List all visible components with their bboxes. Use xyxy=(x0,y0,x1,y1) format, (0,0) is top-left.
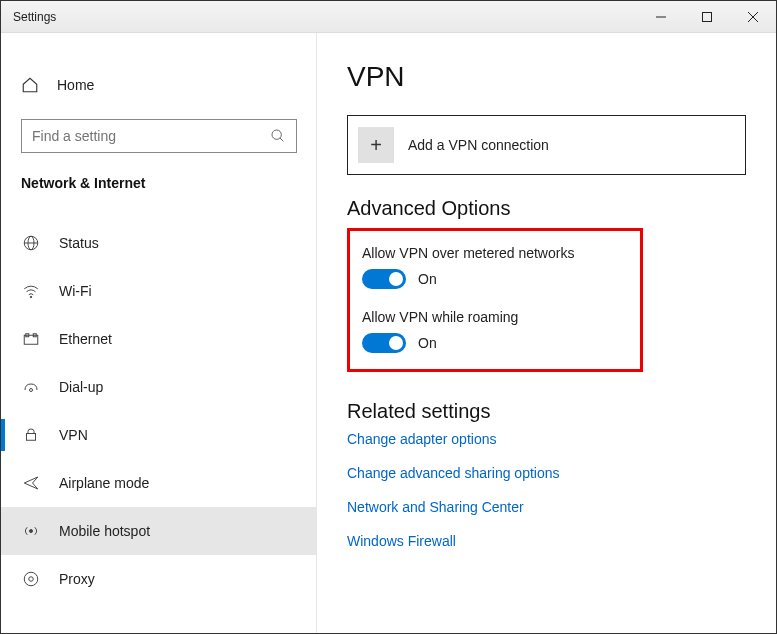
svg-point-15 xyxy=(30,530,33,533)
svg-point-4 xyxy=(272,130,281,139)
minimize-button[interactable] xyxy=(638,1,684,33)
add-vpn-label: Add a VPN connection xyxy=(408,137,549,153)
svg-rect-14 xyxy=(27,434,36,441)
advanced-options-header: Advanced Options xyxy=(347,197,746,220)
home-nav[interactable]: Home xyxy=(1,65,317,105)
search-box[interactable] xyxy=(21,119,297,153)
roaming-toggle-state: On xyxy=(418,335,437,351)
sidebar-item-ethernet[interactable]: Ethernet xyxy=(1,315,317,363)
sidebar-item-label: Status xyxy=(59,235,99,251)
wifi-icon xyxy=(21,282,41,300)
search-input[interactable] xyxy=(32,128,270,144)
sidebar-item-label: VPN xyxy=(59,427,88,443)
close-button[interactable] xyxy=(730,1,776,33)
link-adapter-options[interactable]: Change adapter options xyxy=(347,431,746,447)
svg-rect-1 xyxy=(703,12,712,21)
home-icon xyxy=(21,76,39,94)
link-network-center[interactable]: Network and Sharing Center xyxy=(347,499,746,515)
ethernet-icon xyxy=(21,330,41,348)
metered-toggle-label: Allow VPN over metered networks xyxy=(362,245,628,261)
sidebar-item-status[interactable]: Status xyxy=(1,219,317,267)
svg-line-5 xyxy=(280,138,283,141)
category-header: Network & Internet xyxy=(1,169,317,205)
sidebar-item-label: Ethernet xyxy=(59,331,112,347)
sidebar-item-label: Wi-Fi xyxy=(59,283,92,299)
sidebar-item-proxy[interactable]: Proxy xyxy=(1,555,317,603)
sidebar: Home Network & Internet Status Wi-Fi xyxy=(1,33,317,633)
dialup-icon xyxy=(21,378,41,396)
search-icon xyxy=(270,128,286,144)
metered-toggle[interactable] xyxy=(362,269,406,289)
roaming-toggle[interactable] xyxy=(362,333,406,353)
roaming-toggle-label: Allow VPN while roaming xyxy=(362,309,628,325)
sidebar-item-label: Airplane mode xyxy=(59,475,149,491)
related-settings-header: Related settings xyxy=(347,400,746,423)
proxy-icon xyxy=(21,570,41,588)
home-label: Home xyxy=(57,77,94,93)
maximize-button[interactable] xyxy=(684,1,730,33)
svg-point-17 xyxy=(29,577,34,582)
link-firewall[interactable]: Windows Firewall xyxy=(347,533,746,549)
sidebar-item-label: Dial-up xyxy=(59,379,103,395)
titlebar: Settings xyxy=(1,1,776,33)
svg-point-16 xyxy=(24,572,38,586)
sidebar-item-dialup[interactable]: Dial-up xyxy=(1,363,317,411)
add-vpn-button[interactable]: + Add a VPN connection xyxy=(347,115,746,175)
page-title: VPN xyxy=(347,61,746,93)
sidebar-item-label: Mobile hotspot xyxy=(59,523,150,539)
sidebar-item-label: Proxy xyxy=(59,571,95,587)
vpn-icon xyxy=(21,426,41,444)
highlight-box: Allow VPN over metered networks On Allow… xyxy=(347,228,643,372)
main-content: VPN + Add a VPN connection Advanced Opti… xyxy=(317,33,776,633)
sidebar-item-hotspot[interactable]: Mobile hotspot xyxy=(1,507,317,555)
hotspot-icon xyxy=(21,522,41,540)
airplane-icon xyxy=(21,474,41,492)
sidebar-item-wifi[interactable]: Wi-Fi xyxy=(1,267,317,315)
globe-icon xyxy=(21,234,41,252)
sidebar-item-airplane[interactable]: Airplane mode xyxy=(1,459,317,507)
sidebar-item-vpn[interactable]: VPN xyxy=(1,411,317,459)
plus-icon: + xyxy=(358,127,394,163)
window-title: Settings xyxy=(1,10,638,24)
svg-point-13 xyxy=(30,389,33,392)
metered-toggle-state: On xyxy=(418,271,437,287)
svg-point-9 xyxy=(30,296,32,298)
link-sharing-options[interactable]: Change advanced sharing options xyxy=(347,465,746,481)
